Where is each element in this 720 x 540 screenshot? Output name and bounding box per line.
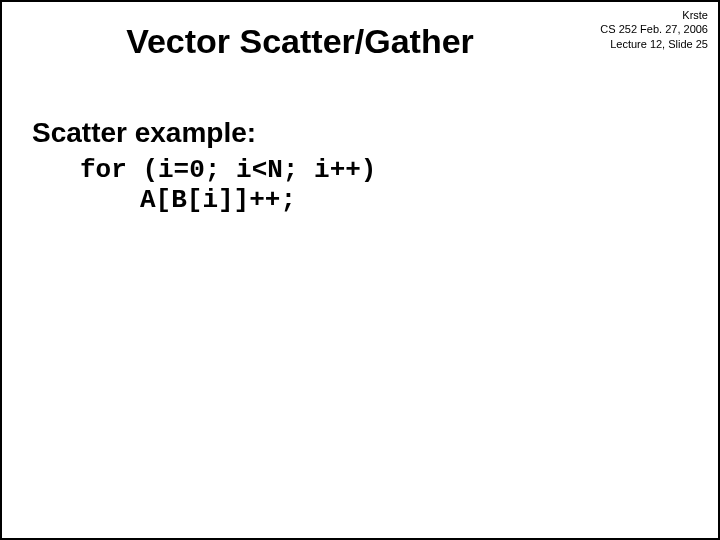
code-line-body: A[B[i]]++; <box>140 185 688 215</box>
author-line: Krste <box>600 8 708 22</box>
slide-content: Scatter example: for (i=0; i<N; i++) A[B… <box>32 117 688 215</box>
code-line-for: for (i=0; i<N; i++) <box>80 155 688 185</box>
content-subtitle: Scatter example: <box>32 117 688 149</box>
slide-title: Vector Scatter/Gather <box>2 22 718 61</box>
